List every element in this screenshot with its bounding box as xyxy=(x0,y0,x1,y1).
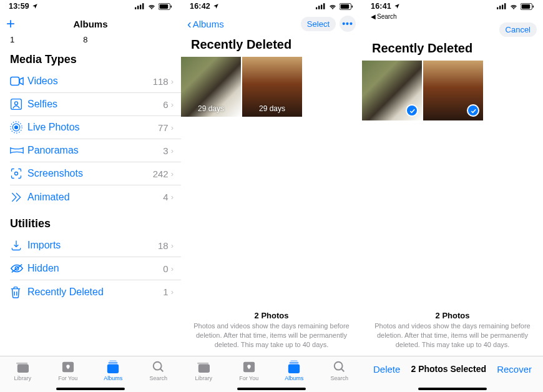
info-block: 2 Photos Photos and videos show the days… xyxy=(181,311,362,356)
battery-icon xyxy=(159,3,172,10)
photo-thumb[interactable]: 29 days xyxy=(181,57,241,117)
tab-label: Albums xyxy=(285,375,303,381)
for-you-icon xyxy=(242,360,257,374)
nav-bar: Cancel xyxy=(362,20,543,39)
row-live-photos[interactable]: Live Photos 77 › xyxy=(10,116,181,139)
svg-rect-21 xyxy=(110,360,117,361)
albums-icon xyxy=(286,360,301,374)
checkmark-icon xyxy=(406,104,418,117)
svg-rect-39 xyxy=(497,7,498,9)
select-button[interactable]: Select xyxy=(301,17,336,31)
hidden-icon xyxy=(10,263,27,273)
svg-rect-0 xyxy=(135,7,136,9)
row-recently-deleted[interactable]: Recently Deleted 1 › xyxy=(10,280,181,303)
home-indicator[interactable] xyxy=(418,388,487,390)
row-count: 18 xyxy=(158,240,169,251)
back-label: Albums xyxy=(193,19,224,29)
chevron-right-icon: › xyxy=(171,169,174,179)
chevron-right-icon: › xyxy=(171,77,174,86)
tab-for-you[interactable]: For You xyxy=(230,360,268,381)
screen-albums: 13:59 + Albums 1 8 Media Types Videos 11… xyxy=(0,0,181,392)
svg-rect-19 xyxy=(107,364,119,373)
page-title: Recently Deleted xyxy=(181,35,362,57)
delete-button[interactable]: Delete xyxy=(373,364,400,375)
tab-label: Search xyxy=(330,375,348,381)
svg-line-38 xyxy=(341,369,345,372)
row-label: Hidden xyxy=(27,263,163,274)
tab-search[interactable]: Search xyxy=(140,360,177,381)
tab-library[interactable]: Library xyxy=(185,360,222,381)
photo-grid: 29 days 29 days xyxy=(181,57,362,117)
back-to-search[interactable]: ◀ Search xyxy=(362,12,543,20)
row-hidden[interactable]: Hidden 0 › xyxy=(10,257,181,280)
row-label: Live Photos xyxy=(27,122,158,133)
tab-label: For You xyxy=(58,375,77,381)
library-icon xyxy=(15,360,30,374)
svg-rect-44 xyxy=(522,4,531,9)
row-videos[interactable]: Videos 118 › xyxy=(10,70,181,93)
row-animated[interactable]: Animated 4 › xyxy=(10,185,181,208)
svg-rect-25 xyxy=(318,6,320,9)
cancel-button[interactable]: Cancel xyxy=(499,22,537,37)
row-count: 242 xyxy=(153,169,169,179)
row-label: Panoramas xyxy=(27,145,163,156)
info-title: 2 Photos xyxy=(373,311,532,320)
status-time: 16:42 xyxy=(190,2,210,11)
days-remaining: 29 days xyxy=(181,104,241,113)
screen-recently-deleted: 16:42 ‹ Albums Select ••• Recently Delet… xyxy=(181,0,362,392)
svg-point-10 xyxy=(15,126,18,129)
chevron-right-icon: › xyxy=(171,192,174,202)
albums-icon xyxy=(105,360,120,374)
photo-thumb[interactable]: 29 days xyxy=(242,57,302,117)
photo-thumb-selected[interactable] xyxy=(423,61,483,120)
tab-albums[interactable]: Albums xyxy=(94,360,132,381)
row-label: Imports xyxy=(27,240,158,251)
chevron-left-icon: ◀ xyxy=(371,13,376,20)
library-icon xyxy=(196,360,211,374)
back-button[interactable]: ‹ Albums xyxy=(187,17,224,31)
svg-point-37 xyxy=(335,362,343,370)
nav-bar: + Albums xyxy=(0,12,181,35)
svg-point-13 xyxy=(15,172,18,175)
home-indicator[interactable] xyxy=(56,388,125,390)
checkmark-icon xyxy=(467,104,479,117)
wifi-icon xyxy=(328,3,337,9)
more-button[interactable]: ••• xyxy=(340,16,356,32)
tab-albums[interactable]: Albums xyxy=(275,360,313,381)
info-subtitle: Photos and videos show the days remainin… xyxy=(373,321,532,350)
row-count: 118 xyxy=(153,76,169,87)
home-indicator[interactable] xyxy=(237,388,306,390)
signal-icon xyxy=(316,3,326,9)
recover-button[interactable]: Recover xyxy=(497,364,532,375)
selfie-icon xyxy=(10,98,27,110)
row-selfies[interactable]: Selfies 6 › xyxy=(10,93,181,116)
status-time: 16:41 xyxy=(371,2,391,11)
add-button[interactable]: + xyxy=(6,16,15,31)
signal-icon xyxy=(135,3,145,9)
svg-rect-30 xyxy=(351,5,353,7)
row-label: Videos xyxy=(27,76,153,87)
svg-point-22 xyxy=(154,362,162,370)
photo-thumb-selected[interactable] xyxy=(362,61,422,120)
nav-bar: ‹ Albums Select ••• xyxy=(181,12,362,35)
svg-rect-7 xyxy=(11,77,19,86)
svg-rect-41 xyxy=(502,5,503,9)
battery-icon xyxy=(521,3,534,10)
summary-counts: 1 8 xyxy=(0,35,181,44)
tab-library[interactable]: Library xyxy=(4,360,41,381)
tab-bar: Library For You Albums Search xyxy=(181,356,362,392)
tab-for-you[interactable]: For You xyxy=(49,360,87,381)
back-search-label: Search xyxy=(377,13,397,20)
nav-title: Albums xyxy=(37,19,144,29)
row-label: Recently Deleted xyxy=(27,287,163,298)
svg-rect-26 xyxy=(321,5,322,9)
row-screenshots[interactable]: Screenshots 242 › xyxy=(10,162,181,185)
tab-search[interactable]: Search xyxy=(321,360,358,381)
row-imports[interactable]: Imports 18 › xyxy=(10,234,181,257)
chevron-right-icon: › xyxy=(171,146,174,155)
chevron-left-icon: ‹ xyxy=(187,17,192,31)
photo-grid xyxy=(362,61,543,120)
signal-icon xyxy=(497,3,507,9)
tab-label: For You xyxy=(239,375,258,381)
row-panoramas[interactable]: Panoramas 3 › xyxy=(10,139,181,162)
